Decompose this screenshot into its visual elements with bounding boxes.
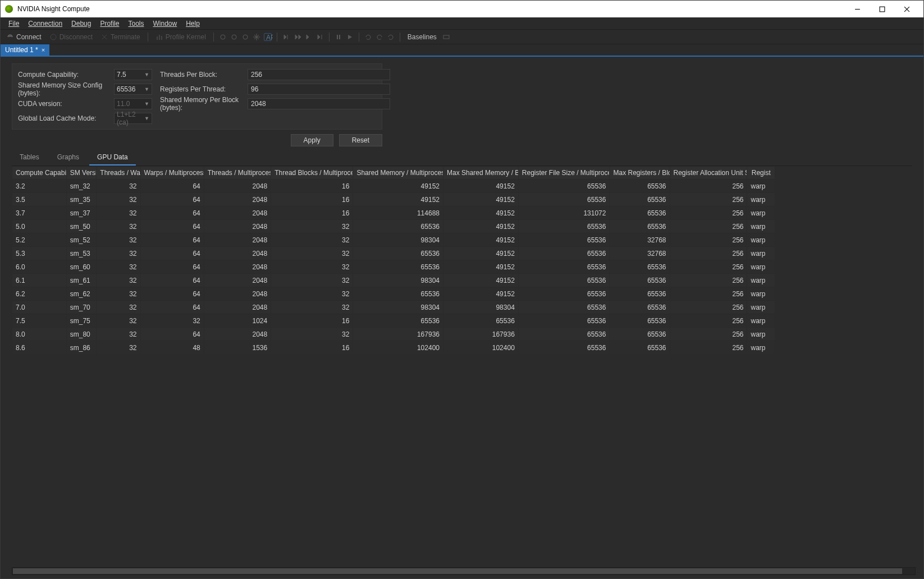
table-header-cell[interactable]: Threads / Multiprocessor: [204, 167, 271, 180]
play-icon[interactable]: [346, 33, 354, 41]
table-cell: 49152: [443, 193, 518, 206]
table-cell: 49152: [443, 260, 518, 274]
registers-per-thread-input[interactable]: 96: [248, 84, 390, 95]
table-cell: 32: [97, 180, 140, 193]
terminate-button: Terminate: [98, 32, 143, 42]
svg-rect-15: [339, 35, 340, 39]
table-cell: 16: [271, 341, 353, 355]
tool-icon-2[interactable]: [230, 33, 238, 41]
table-cell: sm_52: [66, 233, 97, 247]
table-cell: 65536: [610, 220, 670, 233]
table-header-cell[interactable]: SM Version: [66, 167, 97, 180]
refresh-icon-2[interactable]: [376, 33, 383, 41]
table-header-cell[interactable]: Thread Blocks / Multiprocessor: [271, 167, 353, 180]
maximize-button[interactable]: [870, 1, 894, 17]
close-button[interactable]: [894, 1, 919, 17]
menu-file[interactable]: File: [4, 19, 24, 29]
svg-rect-7: [157, 36, 158, 40]
table-cell: 2048: [204, 260, 271, 274]
table-row[interactable]: 3.7sm_3732642048161146884915213107265536…: [12, 206, 775, 220]
table-cell: 32: [271, 287, 353, 301]
table-cell: 65536: [353, 287, 443, 301]
table-row[interactable]: 5.0sm_5032642048326553649152655366553625…: [12, 220, 775, 233]
shared-mem-per-block-input[interactable]: 2048: [248, 98, 390, 109]
table-cell: warp: [747, 260, 775, 274]
table-header-cell[interactable]: Max Shared Memory / Block: [443, 167, 518, 180]
pause-icon[interactable]: [335, 33, 342, 41]
svg-rect-9: [161, 36, 162, 40]
table-row[interactable]: 7.5sm_7532321024166553665536655366553625…: [12, 314, 775, 328]
step-icon-3[interactable]: [305, 33, 313, 41]
document-tab[interactable]: Untitled 1 * ×: [1, 44, 49, 56]
minimize-button[interactable]: [845, 1, 870, 17]
global-load-cache-label: Global Load Cache Mode:: [18, 114, 111, 122]
table-cell: 256: [670, 301, 747, 314]
svg-rect-16: [443, 35, 449, 39]
baselines-button[interactable]: Baselines: [405, 32, 439, 42]
gpu-data-table-wrap[interactable]: Compute CapabilitySM VersionThreads / Wa…: [12, 166, 916, 564]
table-cell: 65536: [518, 180, 610, 193]
table-cell: 1536: [204, 341, 271, 355]
compute-capability-select[interactable]: 7.5 ▼: [114, 69, 152, 80]
shared-mem-config-select[interactable]: 65536 ▼: [114, 84, 152, 95]
table-cell: warp: [747, 233, 775, 247]
tab-gpu-data[interactable]: GPU Data: [89, 151, 136, 166]
table-header-cell[interactable]: Register Allocation Unit Size: [670, 167, 747, 180]
horizontal-scrollbar[interactable]: [12, 567, 916, 575]
scrollbar-thumb[interactable]: [13, 568, 902, 574]
table-cell: 256: [670, 247, 747, 260]
toolbar-separator: [277, 33, 277, 42]
step-icon-2[interactable]: [294, 33, 301, 41]
apply-button[interactable]: Apply: [291, 134, 333, 146]
table-header-cell[interactable]: Shared Memory / Multiprocessor: [353, 167, 443, 180]
table-cell: 64: [140, 274, 204, 287]
tab-graphs[interactable]: Graphs: [49, 151, 87, 166]
table-row[interactable]: 7.0sm_7032642048329830498304655366553625…: [12, 301, 775, 314]
table-row[interactable]: 8.6sm_8632481536161024001024006553665536…: [12, 341, 775, 355]
table-row[interactable]: 3.5sm_3532642048164915249152655366553625…: [12, 193, 775, 206]
table-cell: 256: [670, 193, 747, 206]
table-cell: 65536: [443, 314, 518, 328]
table-row[interactable]: 3.2sm_3232642048164915249152655366553625…: [12, 180, 775, 193]
table-cell: 256: [670, 206, 747, 220]
table-row[interactable]: 6.2sm_6232642048326553649152655366553625…: [12, 287, 775, 301]
refresh-icon-1[interactable]: [364, 33, 372, 41]
table-row[interactable]: 5.3sm_5332642048326553649152655363276825…: [12, 247, 775, 260]
table-row[interactable]: 6.1sm_6132642048329830449152655366553625…: [12, 274, 775, 287]
tool-icon-3[interactable]: [241, 33, 249, 41]
table-header-cell[interactable]: Warps / Multiprocessor: [140, 167, 204, 180]
table-header-cell[interactable]: Max Registers / Block: [610, 167, 670, 180]
tab-tables[interactable]: Tables: [12, 151, 47, 166]
chevron-down-icon: ▼: [144, 116, 149, 121]
disconnect-icon: [49, 33, 57, 41]
menu-window[interactable]: Window: [148, 19, 181, 29]
table-header-cell[interactable]: Regist: [747, 167, 775, 180]
table-row[interactable]: 8.0sm_8032642048321679361679366553665536…: [12, 328, 775, 341]
tool-icon-1[interactable]: [219, 33, 227, 41]
button-row: Apply Reset: [12, 134, 382, 146]
threads-per-block-input[interactable]: 256: [248, 69, 390, 80]
menu-connection[interactable]: Connection: [24, 19, 67, 29]
menu-help[interactable]: Help: [181, 19, 204, 29]
reset-button[interactable]: Reset: [339, 134, 382, 146]
menu-tools[interactable]: Tools: [123, 19, 148, 29]
freeze-icon[interactable]: [253, 33, 260, 41]
table-cell: 65536: [518, 233, 610, 247]
table-header-cell[interactable]: Register File Size / Multiprocessor: [518, 167, 610, 180]
table-row[interactable]: 6.0sm_6032642048326553649152655366553625…: [12, 260, 775, 274]
table-header-cell[interactable]: Compute Capability: [12, 167, 67, 180]
table-row[interactable]: 5.2sm_5232642048329830449152655363276825…: [12, 233, 775, 247]
step-icon-1[interactable]: [282, 33, 290, 41]
menu-profile[interactable]: Profile: [95, 19, 123, 29]
menu-debug[interactable]: Debug: [67, 19, 95, 29]
table-cell: 167936: [353, 328, 443, 341]
table-header-cell[interactable]: Threads / Warp: [97, 167, 140, 180]
disconnect-label: Disconnect: [60, 33, 93, 41]
close-tab-icon[interactable]: ×: [42, 47, 45, 53]
refresh-icon-3[interactable]: [387, 33, 395, 41]
step-icon-4[interactable]: [316, 33, 324, 41]
baselines-icon[interactable]: [442, 33, 450, 41]
api-icon[interactable]: API: [264, 33, 272, 41]
connect-button[interactable]: Connect: [4, 32, 44, 42]
svg-rect-14: [337, 35, 338, 39]
